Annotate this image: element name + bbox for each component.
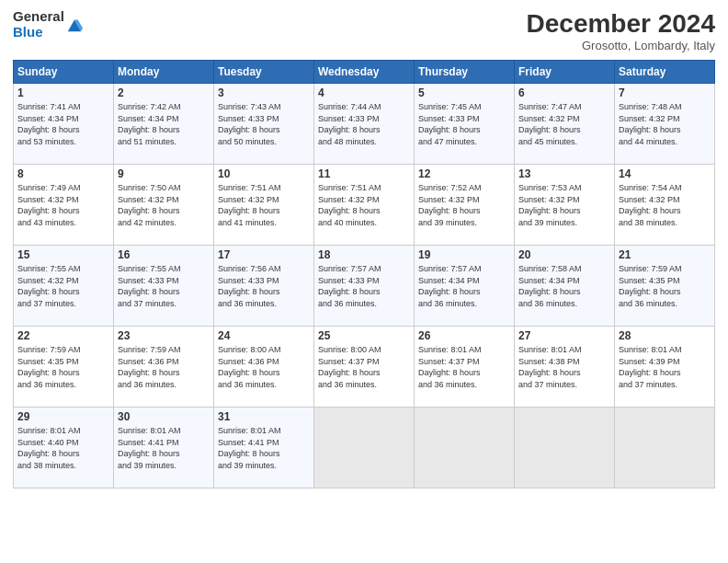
day-number: 25 [318,329,410,342]
cell-info: Sunrise: 7:57 AM Sunset: 4:34 PM Dayligh… [418,263,510,309]
cell-info: Sunrise: 7:49 AM Sunset: 4:32 PM Dayligh… [17,182,109,228]
header-cell-saturday: Saturday [615,61,715,84]
calendar-row-4: 29Sunrise: 8:01 AM Sunset: 4:40 PM Dayli… [14,408,715,488]
calendar-cell: 16Sunrise: 7:55 AM Sunset: 4:33 PM Dayli… [114,246,214,327]
calendar-cell [415,408,515,488]
calendar-cell: 19Sunrise: 7:57 AM Sunset: 4:34 PM Dayli… [415,246,515,327]
header-row: SundayMondayTuesdayWednesdayThursdayFrid… [14,61,715,84]
day-number: 1 [17,86,109,99]
calendar-header: SundayMondayTuesdayWednesdayThursdayFrid… [14,61,715,84]
day-number: 10 [218,167,310,180]
day-number: 9 [118,167,210,180]
calendar-cell [515,408,615,488]
calendar-cell: 30Sunrise: 8:01 AM Sunset: 4:41 PM Dayli… [114,408,214,488]
calendar-cell: 7Sunrise: 7:48 AM Sunset: 4:32 PM Daylig… [615,84,715,165]
cell-info: Sunrise: 8:01 AM Sunset: 4:41 PM Dayligh… [218,425,310,471]
day-number: 23 [118,329,210,342]
location: Grosotto, Lombardy, Italy [527,39,715,52]
day-number: 24 [218,329,310,342]
title-block: December 2024 Grosotto, Lombardy, Italy [527,9,715,52]
calendar-cell: 2Sunrise: 7:42 AM Sunset: 4:34 PM Daylig… [114,84,214,165]
cell-info: Sunrise: 7:45 AM Sunset: 4:33 PM Dayligh… [418,101,510,147]
calendar-cell: 27Sunrise: 8:01 AM Sunset: 4:38 PM Dayli… [515,327,615,408]
cell-info: Sunrise: 8:01 AM Sunset: 4:38 PM Dayligh… [518,344,610,390]
calendar-row-0: 1Sunrise: 7:41 AM Sunset: 4:34 PM Daylig… [14,84,715,165]
cell-info: Sunrise: 7:53 AM Sunset: 4:32 PM Dayligh… [518,182,610,228]
calendar-cell: 26Sunrise: 8:01 AM Sunset: 4:37 PM Dayli… [415,327,515,408]
calendar-cell: 31Sunrise: 8:01 AM Sunset: 4:41 PM Dayli… [214,408,314,488]
calendar-cell: 9Sunrise: 7:50 AM Sunset: 4:32 PM Daylig… [114,165,214,246]
day-number: 31 [218,410,310,423]
day-number: 27 [518,329,610,342]
day-number: 11 [318,167,410,180]
calendar-cell: 11Sunrise: 7:51 AM Sunset: 4:32 PM Dayli… [314,165,415,246]
day-number: 7 [619,86,711,99]
cell-info: Sunrise: 7:50 AM Sunset: 4:32 PM Dayligh… [118,182,210,228]
day-number: 19 [418,248,510,261]
day-number: 28 [619,329,711,342]
cell-info: Sunrise: 7:41 AM Sunset: 4:34 PM Dayligh… [17,101,109,147]
day-number: 30 [118,410,210,423]
day-number: 6 [518,86,610,99]
cell-info: Sunrise: 7:48 AM Sunset: 4:32 PM Dayligh… [619,101,711,147]
calendar-cell: 10Sunrise: 7:51 AM Sunset: 4:32 PM Dayli… [214,165,314,246]
calendar-cell: 5Sunrise: 7:45 AM Sunset: 4:33 PM Daylig… [415,84,515,165]
calendar-cell: 13Sunrise: 7:53 AM Sunset: 4:32 PM Dayli… [515,165,615,246]
cell-info: Sunrise: 7:52 AM Sunset: 4:32 PM Dayligh… [418,182,510,228]
day-number: 26 [418,329,510,342]
header-cell-monday: Monday [114,61,214,84]
cell-info: Sunrise: 7:51 AM Sunset: 4:32 PM Dayligh… [218,182,310,228]
header-cell-wednesday: Wednesday [314,61,415,84]
day-number: 2 [118,86,210,99]
day-number: 29 [17,410,109,423]
cell-info: Sunrise: 7:59 AM Sunset: 4:35 PM Dayligh… [619,263,711,309]
cell-info: Sunrise: 8:01 AM Sunset: 4:40 PM Dayligh… [17,425,109,471]
calendar-cell: 20Sunrise: 7:58 AM Sunset: 4:34 PM Dayli… [515,246,615,327]
cell-info: Sunrise: 7:55 AM Sunset: 4:32 PM Dayligh… [17,263,109,309]
calendar-row-3: 22Sunrise: 7:59 AM Sunset: 4:35 PM Dayli… [14,327,715,408]
calendar-cell: 25Sunrise: 8:00 AM Sunset: 4:37 PM Dayli… [314,327,415,408]
calendar-row-2: 15Sunrise: 7:55 AM Sunset: 4:32 PM Dayli… [14,246,715,327]
cell-info: Sunrise: 8:00 AM Sunset: 4:37 PM Dayligh… [318,344,410,390]
calendar-row-1: 8Sunrise: 7:49 AM Sunset: 4:32 PM Daylig… [14,165,715,246]
calendar-cell: 21Sunrise: 7:59 AM Sunset: 4:35 PM Dayli… [615,246,715,327]
calendar-cell: 12Sunrise: 7:52 AM Sunset: 4:32 PM Dayli… [415,165,515,246]
cell-info: Sunrise: 7:51 AM Sunset: 4:32 PM Dayligh… [318,182,410,228]
header-cell-thursday: Thursday [415,61,515,84]
cell-info: Sunrise: 7:47 AM Sunset: 4:32 PM Dayligh… [518,101,610,147]
cell-info: Sunrise: 8:01 AM Sunset: 4:37 PM Dayligh… [418,344,510,390]
calendar-cell: 29Sunrise: 8:01 AM Sunset: 4:40 PM Dayli… [14,408,114,488]
cell-info: Sunrise: 7:58 AM Sunset: 4:34 PM Dayligh… [518,263,610,309]
day-number: 13 [518,167,610,180]
day-number: 16 [118,248,210,261]
day-number: 12 [418,167,510,180]
page: General Blue December 2024 Grosotto, Lom… [0,0,728,563]
cell-info: Sunrise: 8:01 AM Sunset: 4:41 PM Dayligh… [118,425,210,471]
header-cell-sunday: Sunday [14,61,114,84]
cell-info: Sunrise: 7:57 AM Sunset: 4:33 PM Dayligh… [318,263,410,309]
header-cell-tuesday: Tuesday [214,61,314,84]
cell-info: Sunrise: 8:00 AM Sunset: 4:36 PM Dayligh… [218,344,310,390]
header-cell-friday: Friday [515,61,615,84]
calendar-cell [615,408,715,488]
cell-info: Sunrise: 7:44 AM Sunset: 4:33 PM Dayligh… [318,101,410,147]
calendar-cell: 23Sunrise: 7:59 AM Sunset: 4:36 PM Dayli… [114,327,214,408]
logo-general: General [13,9,64,25]
day-number: 20 [518,248,610,261]
month-title: December 2024 [527,9,715,39]
day-number: 4 [318,86,410,99]
cell-info: Sunrise: 7:55 AM Sunset: 4:33 PM Dayligh… [118,263,210,309]
day-number: 3 [218,86,310,99]
logo-blue: Blue [13,25,64,40]
logo: General Blue [13,9,83,40]
cell-info: Sunrise: 7:59 AM Sunset: 4:36 PM Dayligh… [118,344,210,390]
calendar-cell: 3Sunrise: 7:43 AM Sunset: 4:33 PM Daylig… [214,84,314,165]
calendar-cell: 18Sunrise: 7:57 AM Sunset: 4:33 PM Dayli… [314,246,415,327]
cell-info: Sunrise: 8:01 AM Sunset: 4:39 PM Dayligh… [619,344,711,390]
calendar-table: SundayMondayTuesdayWednesdayThursdayFrid… [13,60,715,488]
cell-info: Sunrise: 7:59 AM Sunset: 4:35 PM Dayligh… [17,344,109,390]
day-number: 5 [418,86,510,99]
logo-icon [66,17,83,33]
day-number: 21 [619,248,711,261]
day-number: 18 [318,248,410,261]
